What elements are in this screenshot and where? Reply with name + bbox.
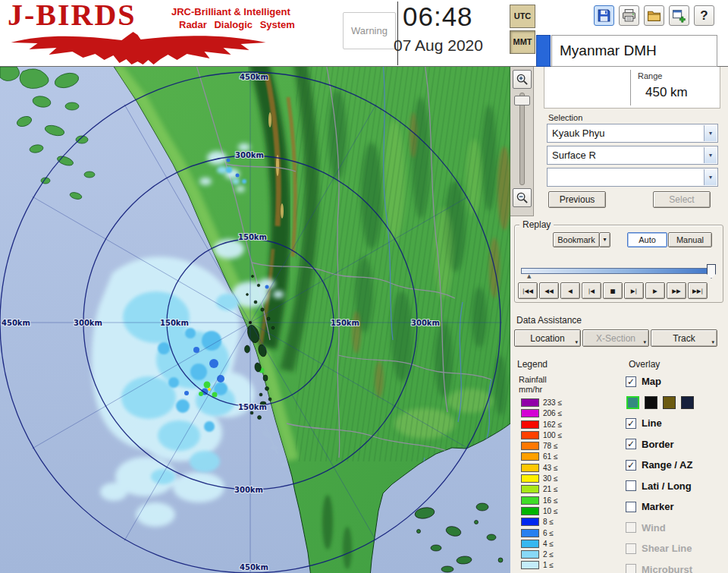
playback-play-forward[interactable]: ▶ (645, 282, 665, 299)
overlay-item-range-az[interactable]: ✓Range / AZ (626, 457, 726, 473)
data-assist-x-section[interactable]: X-Section▾ (582, 329, 649, 347)
bookmark-label[interactable]: Bookmark (553, 232, 600, 247)
legend-entry: 61 ≤ (521, 452, 562, 461)
legend-entry: 30 ≤ (521, 474, 562, 483)
zoom-slider-thumb[interactable] (514, 96, 530, 105)
checkbox[interactable] (626, 543, 636, 554)
select-button[interactable]: Select (653, 191, 711, 208)
legend-threshold-label: 4 ≤ (543, 540, 554, 548)
timezone-utc-button[interactable]: UTC (510, 5, 535, 28)
legend-entry: 78 ≤ (521, 442, 562, 450)
help-button[interactable]: ? (694, 5, 714, 26)
map-color-option[interactable] (681, 396, 694, 409)
bookmark-dropdown-arrow-icon[interactable]: ▾ (599, 232, 610, 247)
radar-map[interactable]: 450km300km150km450km300km150km150km300km… (0, 67, 510, 573)
slider-thumb[interactable] (707, 264, 716, 279)
dropdown-arrow-icon[interactable]: ▾ (704, 169, 717, 185)
playback-skip-start[interactable]: |◀◀ (518, 282, 538, 299)
print-button[interactable] (619, 5, 639, 26)
playback-fast-forward[interactable]: ▶▶ (667, 282, 686, 299)
checkbox[interactable] (626, 480, 636, 491)
open-file-button[interactable] (644, 5, 664, 26)
playback-skip-end[interactable]: ▶▶| (688, 282, 708, 299)
product-dropdown[interactable]: Surface R ▾ (547, 146, 718, 165)
auto-mode-button[interactable]: Auto (627, 232, 667, 247)
control-panel: Range 450 km Selection Kyauk Phyu ▾ Surf… (510, 67, 728, 573)
checkbox[interactable]: ✓ (626, 376, 636, 387)
overlay-item-marker[interactable]: Marker (626, 499, 726, 515)
bookmark-button[interactable]: Bookmark ▾ (553, 232, 610, 247)
overlay-item-microburst[interactable]: Microburst (626, 562, 726, 573)
range-ring-label: 150km (238, 403, 267, 411)
overlay-item-border[interactable]: ✓Border (626, 436, 726, 452)
printer-icon (622, 8, 636, 23)
save-icon (597, 8, 611, 23)
logo-wordmark: J-BIRDS (8, 0, 136, 33)
playback-controls: |◀◀◀◀◀|◀■▶|▶▶▶▶▶| (518, 282, 708, 299)
legend-threshold-label: 1 ≤ (543, 561, 554, 569)
legend-color-swatch (521, 540, 539, 548)
legend-entry: 2 ≤ (521, 550, 562, 559)
overlay-item-wind[interactable]: Wind (626, 520, 726, 536)
range-ring-label: 450km (2, 319, 30, 327)
replay-timeline-slider[interactable]: ▲ (521, 263, 717, 280)
legend-entry: 1 ≤ (521, 561, 562, 569)
legend-entry: 206 ≤ (521, 409, 562, 417)
overlay-item-map[interactable]: ✓Map (626, 373, 726, 389)
previous-button[interactable]: Previous (548, 191, 606, 208)
data-assist-location[interactable]: Location▾ (514, 329, 581, 347)
map-color-option[interactable] (626, 396, 639, 409)
checkbox[interactable]: ✓ (626, 439, 636, 449)
overlay-item-line[interactable]: ✓Line (626, 415, 726, 431)
playback-step-forward[interactable]: ▶| (624, 282, 644, 299)
manual-mode-button[interactable]: Manual (668, 232, 712, 247)
checkbox[interactable]: ✓ (626, 418, 636, 429)
app-header: J-BIRDS JRC-Brilliant & Intelligent Rada… (0, 0, 728, 67)
zoom-slider[interactable] (519, 93, 525, 185)
warning-button[interactable]: Warning (343, 12, 396, 49)
dropdown-arrow-icon[interactable]: ▾ (704, 125, 717, 141)
zoom-in-button[interactable] (513, 70, 532, 89)
range-ring-label: 300km (234, 486, 263, 494)
overlay-item-label: Border (642, 439, 674, 450)
checkbox[interactable] (626, 522, 636, 533)
site-dropdown-value: Kyauk Phyu (552, 124, 604, 142)
site-dropdown[interactable]: Kyauk Phyu ▾ (547, 124, 718, 143)
legend-entry: 6 ≤ (521, 529, 562, 537)
playback-stop[interactable]: ■ (603, 282, 623, 299)
legend-threshold-label: 162 ≤ (543, 420, 562, 429)
map-color-option[interactable] (645, 396, 657, 409)
export-button[interactable] (669, 5, 689, 26)
checkbox[interactable] (626, 564, 636, 573)
help-icon: ? (700, 8, 708, 23)
legend-threshold-label: 100 ≤ (543, 431, 562, 439)
legend-threshold-label: 16 ≤ (543, 496, 557, 505)
playback-fast-rewind[interactable]: ◀◀ (539, 282, 559, 299)
dropdown-arrow-icon[interactable]: ▾ (704, 147, 717, 163)
legend-color-swatch (521, 464, 539, 472)
overlay-item-shear-line[interactable]: Shear Line (626, 540, 726, 556)
data-assist-track[interactable]: Track▾ (651, 329, 717, 347)
overlay-item-lati-long[interactable]: Lati / Long (626, 478, 726, 494)
legend-threshold-label: 6 ≤ (543, 529, 554, 537)
checkbox[interactable] (626, 502, 636, 512)
legend-threshold-label: 2 ≤ (543, 550, 554, 559)
playback-step-back[interactable]: |◀ (582, 282, 601, 299)
playback-play-backward[interactable]: ◀ (560, 282, 580, 299)
timezone-mmt-button[interactable]: MMT (510, 30, 535, 54)
range-ring-label: 300km (235, 151, 264, 159)
legend-threshold-label: 10 ≤ (543, 507, 557, 515)
extra-dropdown[interactable]: ▾ (547, 168, 718, 187)
logo-tagline-2: Radar Dialogic System (179, 19, 295, 30)
overlay-item-label: Marker (642, 501, 674, 512)
zoom-out-button[interactable] (513, 188, 532, 207)
legend-entry: 8 ≤ (521, 518, 562, 526)
radar-site-marker (249, 321, 252, 324)
legend-color-swatch (521, 507, 539, 515)
save-button[interactable] (594, 5, 614, 26)
checkbox[interactable]: ✓ (626, 460, 636, 471)
range-label: Range (638, 71, 662, 80)
map-color-option[interactable] (663, 396, 676, 409)
dropdown-arrow-icon: ▾ (575, 339, 578, 345)
legend-color-swatch (521, 409, 539, 417)
